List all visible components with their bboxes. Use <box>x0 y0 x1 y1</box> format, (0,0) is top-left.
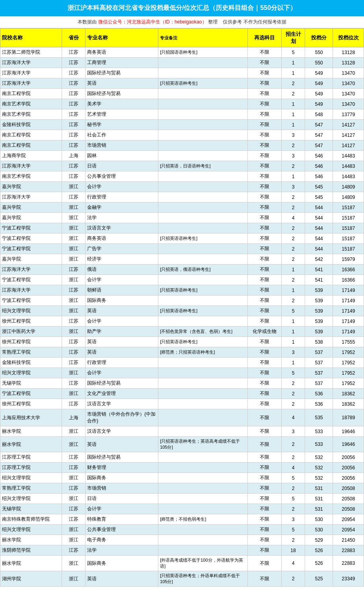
cell-prov: 上海 <box>62 151 85 161</box>
cell-score: 547 <box>305 120 333 130</box>
cell-school: 嘉兴学院 <box>0 213 62 223</box>
cell-plan: 4 <box>281 556 305 571</box>
table-row: 南京艺术学院江苏艺术管理不限154813779 <box>0 109 364 120</box>
data-table: 院校名称 省份 专业名称 专业备注 再选科目 招生计划 投档分 投档位次 江苏第… <box>0 28 364 587</box>
cell-score: 545 <box>305 182 333 192</box>
table-row: 江苏海洋大学江苏朝鲜语[只招英语语种考生]不限153917149 <box>0 285 364 296</box>
subtitle-link[interactable]: 微信公众号：河北致远高中生（ID：hebeigaokao） <box>98 19 207 25</box>
cell-major: 财务管理 <box>86 463 158 473</box>
cell-prov: 江苏 <box>62 285 85 296</box>
cell-rank: 19646 <box>333 437 364 452</box>
col-header-reselect: 再选科目 <box>248 29 281 47</box>
cell-rank: 14483 <box>333 171 364 182</box>
cell-school: 江苏海洋大学 <box>0 192 62 202</box>
table-row: 嘉兴学院浙江法学不限454415187 <box>0 213 364 223</box>
cell-major: 英语 <box>86 337 158 347</box>
cell-score: 547 <box>305 130 333 140</box>
cell-score: 539 <box>305 296 333 306</box>
cell-reselect: 不限 <box>248 337 281 347</box>
cell-plan: 1 <box>281 109 305 120</box>
cell-school: 江苏海洋大学 <box>0 285 62 296</box>
cell-plan: 2 <box>281 296 305 306</box>
cell-prov: 浙江 <box>62 494 85 504</box>
cell-rank: 15187 <box>333 223 364 233</box>
cell-rank: 20954 <box>333 514 364 525</box>
cell-prov: 江苏 <box>62 337 85 347</box>
cell-reselect: 不限 <box>248 494 281 504</box>
cell-prov: 浙江 <box>62 473 85 483</box>
cell-score: 548 <box>305 109 333 120</box>
cell-note <box>158 389 248 399</box>
cell-prov: 江苏 <box>62 504 85 514</box>
cell-prov: 江苏 <box>62 78 85 89</box>
table-row: 南京艺术学院江苏公共事业管理不限154614483 <box>0 171 364 182</box>
cell-prov: 江苏 <box>62 358 85 368</box>
cell-note: [只招英语语种考生] <box>158 285 248 296</box>
table-row: 绍兴文理学院浙江日语不限553120508 <box>0 494 364 504</box>
cell-reselect: 不限 <box>248 285 281 296</box>
cell-plan: 2 <box>281 233 305 244</box>
cell-reselect: 不限 <box>248 265 281 275</box>
cell-score: 530 <box>305 525 333 535</box>
cell-rank: 18362 <box>333 399 364 409</box>
cell-reselect: 不限 <box>248 223 281 233</box>
cell-plan: 2 <box>281 378 305 389</box>
cell-school: 宁波工程学院 <box>0 389 62 399</box>
table-row: 宁波工程学院浙江会计学不限254116366 <box>0 275 364 285</box>
cell-prov: 浙江 <box>62 327 85 337</box>
cell-score: 550 <box>305 58 333 68</box>
cell-score: 526 <box>305 545 333 556</box>
cell-note: [只招英语，俄语语种考生] <box>158 265 248 275</box>
cell-major: 市场营销 <box>86 483 158 494</box>
cell-score: 531 <box>305 483 333 494</box>
cell-note <box>158 545 248 556</box>
cell-prov: 江苏 <box>62 463 85 473</box>
cell-prov: 浙江 <box>62 306 85 316</box>
table-row: 丽水学院浙江汉语言文学不限353319646 <box>0 426 364 437</box>
cell-prov: 江苏 <box>62 399 85 409</box>
cell-plan: 2 <box>281 161 305 171</box>
cell-reselect: 不限 <box>248 399 281 409</box>
table-row: 宁波工程学院浙江商务英语[只招英语语种考生]不限254415187 <box>0 233 364 244</box>
cell-rank: 14127 <box>333 130 364 140</box>
cell-reselect: 不限 <box>248 78 281 89</box>
cell-score: 549 <box>305 78 333 89</box>
cell-note: [外语高考成绩不低于100分，外语航学为英语] <box>158 556 248 571</box>
cell-prov: 浙江 <box>62 368 85 378</box>
cell-plan: 2 <box>281 571 305 587</box>
cell-note <box>158 296 248 306</box>
cell-major: 英语 <box>86 347 158 358</box>
cell-plan: 3 <box>281 182 305 192</box>
table-row: 江苏理工学院江苏国际经济与贸易不限253220056 <box>0 452 364 463</box>
cell-note <box>158 483 248 494</box>
cell-reselect: 不限 <box>248 275 281 285</box>
cell-score: 539 <box>305 327 333 337</box>
table-row: 江苏海洋大学江苏行政管理不限254514809 <box>0 192 364 202</box>
cell-score: 535 <box>305 409 333 426</box>
cell-score: 533 <box>305 426 333 437</box>
cell-school: 徐州工程学院 <box>0 316 62 327</box>
cell-reselect: 不限 <box>248 473 281 483</box>
cell-major: 公共事业管理 <box>86 525 158 535</box>
cell-prov: 浙江 <box>62 556 85 571</box>
cell-prov: 江苏 <box>62 99 85 109</box>
cell-school: 江苏海洋大学 <box>0 78 62 89</box>
cell-score: 532 <box>305 452 333 463</box>
cell-school: 上海商学院 <box>0 151 62 161</box>
cell-major: 法学 <box>86 213 158 223</box>
col-header-school: 院校名称 <box>0 29 62 47</box>
cell-reselect: 不限 <box>248 140 281 151</box>
cell-note <box>158 452 248 463</box>
cell-school: 丽水学院 <box>0 426 62 437</box>
cell-rank: 17149 <box>333 327 364 337</box>
cell-plan: 2 <box>281 244 305 254</box>
cell-major: 市场营销（中外合作办学）(中加合作) <box>86 409 158 426</box>
cell-prov: 浙江 <box>62 182 85 192</box>
cell-note <box>158 254 248 265</box>
cell-reselect: 不限 <box>248 347 281 358</box>
cell-major: 朝鲜语 <box>86 285 158 296</box>
cell-reselect: 不限 <box>248 437 281 452</box>
cell-plan: 1 <box>281 171 305 182</box>
cell-note <box>158 409 248 426</box>
cell-score: 537 <box>305 378 333 389</box>
